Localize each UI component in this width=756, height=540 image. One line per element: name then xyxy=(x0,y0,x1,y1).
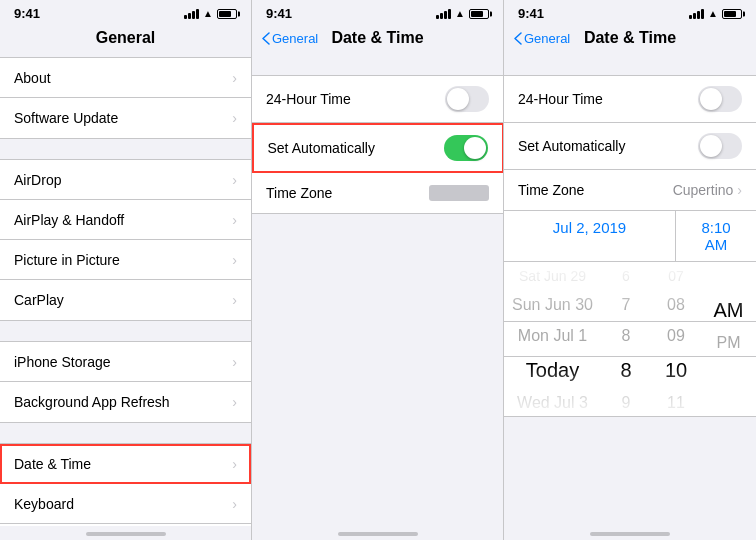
status-bar-2: 9:41 ▲ xyxy=(252,0,503,25)
back-label-3: General xyxy=(524,31,570,46)
item-airplay-label: AirPlay & Handoff xyxy=(14,212,124,228)
signal-icon-2 xyxy=(436,9,451,19)
item-about-label: About xyxy=(14,70,51,86)
item-software-update[interactable]: Software Update › xyxy=(0,98,251,138)
status-time-1: 9:41 xyxy=(14,6,40,21)
chevron-datetime: › xyxy=(232,456,237,472)
picker-min-1: 08 xyxy=(651,290,701,321)
picker-ampm-6 xyxy=(701,369,756,379)
item-airdrop[interactable]: AirDrop › xyxy=(0,160,251,200)
label-set-auto: Set Automatically xyxy=(268,140,375,156)
p3-item-24hour[interactable]: 24-Hour Time xyxy=(504,76,756,123)
item-keyboard[interactable]: Keyboard › xyxy=(0,484,251,524)
chevron-timezone-p3: › xyxy=(737,182,742,198)
back-button-3[interactable]: General xyxy=(514,31,570,46)
chevron-left-icon-2 xyxy=(262,32,270,45)
item-iphone-storage[interactable]: iPhone Storage › xyxy=(0,342,251,382)
settings-list: About › Software Update › AirDrop › AirP… xyxy=(0,55,251,526)
chevron-storage: › xyxy=(232,354,237,370)
picker-hour-col[interactable]: 6 7 8 8 9 10 11 xyxy=(601,262,651,416)
p3-item-set-auto[interactable]: Set Automatically xyxy=(504,123,756,170)
chevron-picture: › xyxy=(232,252,237,268)
signal-icon-3 xyxy=(689,9,704,19)
picker-hour-3: 8 xyxy=(601,352,651,388)
picker-date-4: Wed Jul 3 xyxy=(504,388,601,416)
picker-date-col[interactable]: Sat Jun 29 Sun Jun 30 Mon Jul 1 Today We… xyxy=(504,262,601,416)
picker-min-col[interactable]: 07 08 09 10 11 12 13 xyxy=(651,262,701,416)
label-timezone: Time Zone xyxy=(266,185,332,201)
item-timezone[interactable]: Time Zone xyxy=(252,173,503,213)
panel-general: 9:41 ▲ General About › xyxy=(0,0,252,540)
section-2: AirDrop › AirPlay & Handoff › Picture in… xyxy=(0,159,251,321)
item-set-auto[interactable]: Set Automatically xyxy=(252,123,503,173)
status-icons-2: ▲ xyxy=(436,8,489,19)
chevron-keyboard: › xyxy=(232,496,237,512)
back-button-2[interactable]: General xyxy=(262,31,318,46)
chevron-software: › xyxy=(232,110,237,126)
date-header-row: Jul 2, 2019 8:10 AM xyxy=(504,211,756,262)
item-airplay[interactable]: AirPlay & Handoff › xyxy=(0,200,251,240)
status-icons-3: ▲ xyxy=(689,8,742,19)
picker-min-0: 07 xyxy=(651,262,701,290)
date-header-right[interactable]: 8:10 AM xyxy=(676,211,756,261)
picker-ampm-2 xyxy=(701,282,756,292)
p3-timezone-value: Cupertino xyxy=(673,182,734,198)
datetime-picker[interactable]: Sat Jun 29 Sun Jun 30 Mon Jul 1 Today We… xyxy=(504,262,756,417)
panel-date-time-picker: 9:41 ▲ General Date & Time xyxy=(504,0,756,540)
picker-date-2: Mon Jul 1 xyxy=(504,321,601,352)
chevron-airdrop: › xyxy=(232,172,237,188)
picker-ampm-5 xyxy=(701,359,756,369)
p3-label-timezone: Time Zone xyxy=(518,182,584,198)
item-24hour[interactable]: 24-Hour Time xyxy=(252,76,503,123)
item-about[interactable]: About › xyxy=(0,58,251,98)
panel3-settings: 24-Hour Time Set Automatically Time Zone… xyxy=(504,55,756,526)
item-software-label: Software Update xyxy=(14,110,118,126)
picker-hour-1: 7 xyxy=(601,290,651,321)
toggle-set-auto[interactable] xyxy=(444,135,488,161)
back-label-2: General xyxy=(272,31,318,46)
picker-hour-4: 9 xyxy=(601,388,651,416)
status-time-2: 9:41 xyxy=(266,6,292,21)
picker-ampm-1 xyxy=(701,272,756,282)
item-software-right: › xyxy=(232,110,237,126)
item-datetime-label: Date & Time xyxy=(14,456,91,472)
item-date-time[interactable]: Date & Time › xyxy=(0,444,251,484)
picker-hour-2: 8 xyxy=(601,321,651,352)
status-bar-1: 9:41 ▲ xyxy=(0,0,251,25)
p3-item-timezone[interactable]: Time Zone Cupertino › xyxy=(504,170,756,210)
group-gap-3 xyxy=(504,55,756,75)
item-storage-label: iPhone Storage xyxy=(14,354,111,370)
item-bg-refresh[interactable]: Background App Refresh › xyxy=(0,382,251,422)
p3-toggle-24hour[interactable] xyxy=(698,86,742,112)
section-1: About › Software Update › xyxy=(0,57,251,139)
toggle-24hour[interactable] xyxy=(445,86,489,112)
item-airdrop-label: AirDrop xyxy=(14,172,61,188)
wifi-icon-1: ▲ xyxy=(203,8,213,19)
battery-icon-3 xyxy=(722,9,742,19)
picker-hour-0: 6 xyxy=(601,262,651,290)
item-carplay[interactable]: CarPlay › xyxy=(0,280,251,320)
chevron-carplay: › xyxy=(232,292,237,308)
nav-bar-3: General Date & Time xyxy=(504,25,756,55)
p3-toggle-set-auto[interactable] xyxy=(698,133,742,159)
chevron-left-icon-3 xyxy=(514,32,522,45)
date-header-left[interactable]: Jul 2, 2019 xyxy=(504,211,676,261)
picker-ampm-4: PM xyxy=(701,328,756,359)
status-icons-1: ▲ xyxy=(184,8,237,19)
picker-ampm-col[interactable]: AM PM xyxy=(701,262,756,416)
picker-ampm-0 xyxy=(701,262,756,272)
item-picture-label: Picture in Picture xyxy=(14,252,120,268)
nav-title-1: General xyxy=(96,29,156,47)
panel3-group: 24-Hour Time Set Automatically Time Zone… xyxy=(504,75,756,211)
label-24hour: 24-Hour Time xyxy=(266,91,351,107)
wifi-icon-3: ▲ xyxy=(708,8,718,19)
chevron-airplay: › xyxy=(232,212,237,228)
item-about-right: › xyxy=(232,70,237,86)
section-4: Date & Time › Keyboard › Fonts › Languag… xyxy=(0,443,251,526)
status-bar-3: 9:41 ▲ xyxy=(504,0,756,25)
item-carplay-label: CarPlay xyxy=(14,292,64,308)
nav-title-3: Date & Time xyxy=(584,29,676,47)
picker-date-0: Sat Jun 29 xyxy=(504,262,601,290)
item-picture[interactable]: Picture in Picture › xyxy=(0,240,251,280)
section-3: iPhone Storage › Background App Refresh … xyxy=(0,341,251,423)
